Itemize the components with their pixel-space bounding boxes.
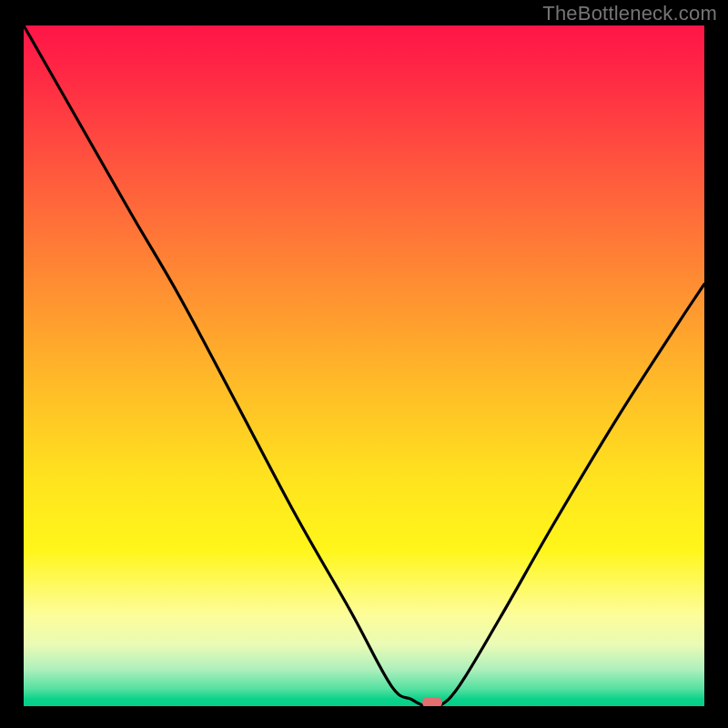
watermark-text: TheBottleneck.com	[542, 2, 717, 25]
curve-svg	[24, 25, 704, 706]
curve-minimum-marker	[422, 697, 442, 707]
plot-area	[24, 25, 704, 706]
chart-container: TheBottleneck.com	[0, 0, 728, 728]
bottleneck-curve	[24, 25, 704, 706]
